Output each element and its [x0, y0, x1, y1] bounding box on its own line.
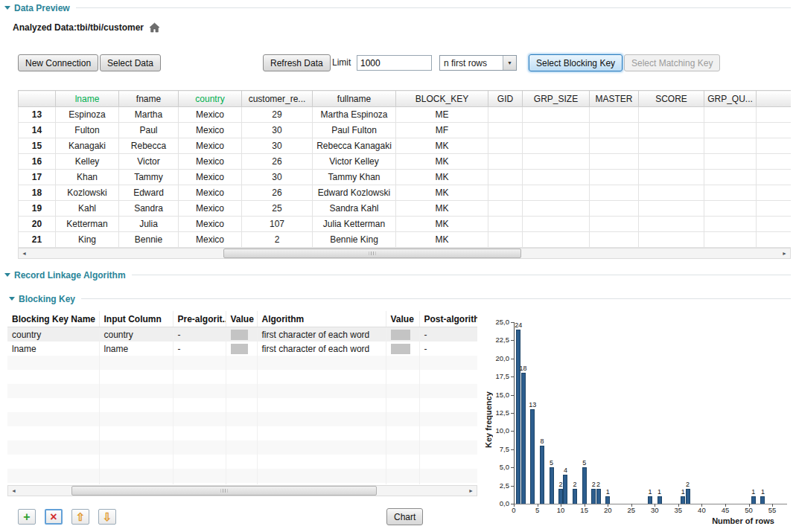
move-up-button[interactable]: ⇧	[71, 509, 89, 525]
table-row[interactable]: 16KelleyVictorMexico26Victor KelleyMK	[19, 154, 792, 170]
table-row[interactable]: 18KozlowskiEdwardMexico26Edward Kozlowsk…	[19, 185, 792, 201]
rows-limit-select[interactable]: n first rows ▼	[439, 55, 517, 71]
column-header[interactable]: Algorithm	[257, 311, 386, 327]
new-connection-button[interactable]: New Connection	[18, 54, 98, 71]
column-header[interactable]: SCORE	[639, 91, 704, 107]
x-tick-label: 45	[716, 506, 734, 514]
chart-button[interactable]: Chart	[386, 508, 423, 525]
blocking-key-row[interactable]: lnamelname-first character of each word-	[7, 342, 477, 356]
cell: -	[419, 342, 477, 356]
blocking-horizontal-scrollbar[interactable]: ◄ ►	[7, 485, 477, 496]
chevron-down-icon[interactable]: ▼	[503, 56, 516, 70]
cell	[386, 398, 419, 412]
table-row[interactable]: 14FultonPaulMexico30Paul FultonMF	[19, 123, 792, 138]
scroll-right-icon[interactable]: ►	[465, 486, 477, 496]
section-record-linkage[interactable]: Record Linkage Algorithm	[4, 269, 791, 281]
cell: 29	[242, 107, 313, 123]
column-header[interactable]: BLOCK_KEY	[396, 91, 488, 107]
scrollbar-thumb[interactable]	[71, 486, 377, 496]
select-blocking-key-button[interactable]: Select Blocking Key	[529, 54, 623, 71]
cell	[757, 185, 792, 201]
scrollbar-track[interactable]	[30, 249, 779, 258]
select-data-button[interactable]: Select Data	[100, 54, 161, 71]
column-header[interactable]: Value	[386, 311, 419, 327]
delete-blocking-key-button[interactable]: ×	[45, 509, 63, 525]
cell	[257, 426, 386, 440]
cell	[386, 469, 419, 483]
cell	[173, 440, 226, 455]
x-tick-label: 20	[599, 506, 617, 514]
cell	[639, 123, 704, 138]
cell	[257, 370, 386, 384]
table-row[interactable]: 19KahlSandraMexico25Sandra KahlMK	[19, 201, 792, 217]
x-tick	[514, 504, 515, 507]
blocking-key-row[interactable]: countrycountry-first character of each w…	[7, 327, 477, 342]
column-header[interactable]: fullname	[313, 91, 396, 107]
cell	[523, 232, 590, 248]
empty-row	[7, 356, 477, 370]
scroll-right-icon[interactable]: ►	[779, 249, 790, 258]
cell	[99, 398, 173, 412]
column-header[interactable]: Blocking Key Name	[7, 311, 99, 327]
column-header[interactable]: Pre-algorit...	[173, 311, 226, 327]
row-number-cell: 20	[19, 217, 56, 232]
scrollbar-track[interactable]	[19, 486, 465, 496]
cell	[257, 440, 386, 455]
column-header[interactable]	[757, 91, 792, 107]
column-header[interactable]: Input Column	[99, 311, 173, 327]
column-header[interactable]: GRP_SIZE	[523, 91, 590, 107]
scrollbar-thumb[interactable]	[223, 249, 521, 258]
preview-horizontal-scrollbar[interactable]: ◄ ►	[18, 248, 791, 259]
section-blocking-key[interactable]: Blocking Key	[9, 293, 791, 304]
scroll-left-icon[interactable]: ◄	[8, 486, 19, 496]
cell	[419, 455, 477, 469]
cell	[173, 483, 226, 484]
table-row[interactable]: 15KanagakiRebeccaMexico30Rebecca Kanagak…	[19, 138, 792, 154]
arrow-up-icon: ⇧	[76, 511, 86, 522]
column-header[interactable]: fname	[119, 91, 179, 107]
column-header[interactable]: GID	[488, 91, 523, 107]
table-row[interactable]: 21KingBennieMexico2Bennie KingMK	[19, 232, 792, 248]
cell	[523, 107, 590, 123]
column-header[interactable]: Post-algorith	[419, 311, 477, 327]
cell: Mexico	[179, 170, 242, 185]
add-blocking-key-button[interactable]: +	[18, 509, 36, 525]
cell: Mexico	[179, 123, 242, 138]
cell: Sandra	[119, 201, 179, 217]
cell: Julia Ketterman	[313, 217, 396, 232]
column-header[interactable]: customer_re...	[242, 91, 313, 107]
table-row[interactable]: 17KhanTammyMexico30Tammy KhanMK	[19, 170, 792, 185]
cell[interactable]: first character of each word	[257, 327, 386, 342]
cell	[757, 170, 792, 185]
refresh-data-button[interactable]: Refresh Data	[263, 54, 331, 71]
cell	[488, 217, 523, 232]
cell: Martha Espinoza	[313, 107, 396, 123]
collapse-triangle-icon	[4, 6, 10, 10]
limit-input[interactable]	[357, 55, 432, 71]
scroll-left-icon[interactable]: ◄	[19, 249, 30, 258]
bar-value-label: 1	[648, 488, 652, 496]
cell[interactable]: first character of each word	[257, 342, 386, 356]
column-header[interactable]: MASTER	[590, 91, 639, 107]
cell: MK	[396, 154, 488, 170]
select-matching-key-button[interactable]: Select Matching Key	[624, 54, 720, 71]
column-header[interactable]	[19, 91, 56, 107]
column-header[interactable]: Value	[226, 311, 257, 327]
table-row[interactable]: 13EspinozaMarthaMexico29Martha EspinozaM…	[19, 107, 792, 123]
section-data-preview[interactable]: Data Preview	[4, 2, 791, 13]
bar-value-label: 1	[658, 488, 661, 496]
column-header[interactable]: country	[179, 91, 242, 107]
x-tick-label: 30	[646, 506, 663, 514]
value-cell-disabled	[391, 330, 410, 340]
home-icon[interactable]	[149, 22, 160, 33]
rows-limit-value: n first rows	[440, 56, 503, 70]
cell	[7, 412, 99, 426]
section-title: Blocking Key	[19, 294, 75, 304]
move-down-button[interactable]: ⇩	[98, 509, 116, 525]
column-header[interactable]: GRP_QU...	[704, 91, 757, 107]
table-row[interactable]: 20KettermanJuliaMexico107Julia Ketterman…	[19, 217, 792, 232]
cell	[386, 356, 419, 370]
column-header[interactable]: lname	[56, 91, 119, 107]
y-tick	[511, 340, 514, 341]
value-cell-disabled	[231, 330, 249, 340]
